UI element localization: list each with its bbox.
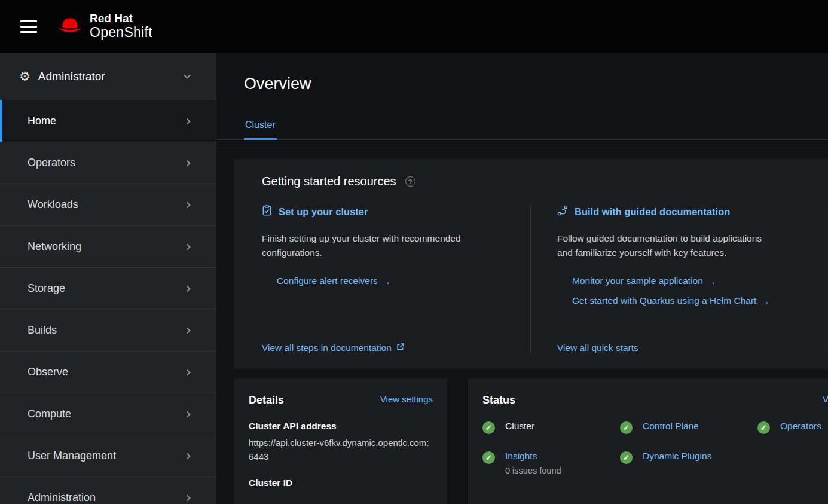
setup-cluster-title: Set up your cluster <box>262 205 477 218</box>
sidebar-item-label: Storage <box>28 282 65 295</box>
guided-documentation-icon <box>557 205 568 218</box>
chevron-right-icon <box>184 369 190 375</box>
sidebar-item-home[interactable]: Home <box>0 100 216 142</box>
status-item-cluster: ✓ Cluster <box>482 421 620 434</box>
guided-documentation-description: Follow guided documentation to build app… <box>557 231 772 260</box>
product-name: OpenShift <box>90 25 152 40</box>
getting-started-card: Getting started resources ? <box>234 159 828 369</box>
chevron-right-icon <box>184 160 190 166</box>
cluster-api-address-value: https://api.cluster-v6fkv.dynamic.opentl… <box>249 436 433 463</box>
cluster-api-address-label: Cluster API address <box>249 421 433 432</box>
main-content: Overview Cluster Getting started resourc… <box>216 53 828 504</box>
sidebar-item-networking[interactable]: Networking <box>0 225 216 267</box>
gear-icon: ⚙ <box>19 70 30 83</box>
status-card: Status View alerts ✓ Cluster ✓ <box>468 378 828 504</box>
hamburger-icon <box>20 20 37 22</box>
sidebar-item-builds[interactable]: Builds <box>0 309 216 351</box>
redhat-fedora-icon <box>57 16 83 36</box>
details-card: Details View settings Cluster API addres… <box>234 378 447 504</box>
insights-issues-count: 0 issues found <box>505 466 561 475</box>
check-circle-icon: ✓ <box>482 421 495 434</box>
chevron-right-icon <box>184 243 190 250</box>
arrow-right-icon: → <box>760 297 769 306</box>
tab-cluster[interactable]: Cluster <box>244 109 277 139</box>
view-all-steps-link[interactable]: View all steps in documentation <box>262 343 404 353</box>
brand-name: Red Hat <box>90 13 152 25</box>
sidebar-item-label: Builds <box>28 324 57 337</box>
sidebar-item-operators[interactable]: Operators <box>0 142 216 184</box>
status-card-title: Status <box>482 394 515 407</box>
sidebar-item-label: Compute <box>28 408 71 420</box>
check-circle-icon: ✓ <box>620 421 633 434</box>
chevron-down-icon <box>184 72 190 78</box>
chevron-right-icon <box>184 285 190 292</box>
arrow-right-icon: → <box>382 277 391 286</box>
insights-link[interactable]: Insights <box>505 451 537 461</box>
monitor-sample-application-link[interactable]: Monitor your sample application → <box>572 276 716 286</box>
sidebar-item-compute[interactable]: Compute <box>0 393 216 435</box>
control-plane-link[interactable]: Control Plane <box>643 421 699 431</box>
external-link-icon <box>396 343 404 353</box>
status-item-dynamic-plugins: ✓ Dynamic Plugins <box>620 451 757 475</box>
guided-documentation-title: Build with guided documentation <box>557 205 772 218</box>
sidebar-item-label: User Management <box>28 450 116 462</box>
sidebar-item-user-management[interactable]: User Management <box>0 435 216 476</box>
overview-dashboard: Getting started resources ? <box>216 148 828 504</box>
chevron-right-icon <box>184 327 190 334</box>
sidebar-item-label: Administration <box>28 491 96 504</box>
sidebar-item-label: Observe <box>28 366 68 378</box>
column-divider <box>530 205 531 353</box>
operators-link[interactable]: Operators <box>780 421 821 431</box>
guided-documentation-column: Build with guided documentation Follow g… <box>557 205 799 353</box>
sidebar-nav: ⚙ Administrator Home Operators Workloads… <box>0 53 216 504</box>
sidebar-item-label: Home <box>28 115 56 127</box>
details-card-title: Details <box>249 394 284 407</box>
arrow-right-icon: → <box>707 277 716 286</box>
status-item-insights: ✓ Insights 0 issues found <box>482 451 620 475</box>
setup-cluster-description: Finish setting up your cluster with reco… <box>262 231 477 260</box>
perspective-label: Administrator <box>38 70 105 83</box>
sidebar-item-administration[interactable]: Administration <box>0 476 216 504</box>
sidebar-item-label: Operators <box>28 157 75 169</box>
configure-alert-receivers-link[interactable]: Configure alert receivers → <box>277 276 391 286</box>
status-label: Cluster <box>505 421 534 431</box>
check-circle-icon: ✓ <box>482 451 495 464</box>
check-circle-icon: ✓ <box>757 421 770 434</box>
sidebar-item-label: Networking <box>28 240 81 253</box>
tab-bar: Cluster <box>216 109 828 140</box>
view-alerts-link[interactable]: View alerts <box>823 394 828 404</box>
chevron-right-icon <box>184 201 190 208</box>
column-divider <box>826 205 826 353</box>
chevron-right-icon <box>184 411 190 417</box>
check-circle-icon: ✓ <box>620 451 633 464</box>
perspective-switcher[interactable]: ⚙ Administrator <box>0 53 216 100</box>
status-item-control-plane: ✓ Control Plane <box>620 421 757 434</box>
nav-toggle-button[interactable] <box>16 16 42 38</box>
sidebar-item-storage[interactable]: Storage <box>0 267 216 309</box>
setup-cluster-column: Set up your cluster Finish setting up yo… <box>262 205 504 353</box>
sidebar-item-label: Workloads <box>28 198 78 211</box>
chevron-right-icon <box>184 118 190 124</box>
page-title: Overview <box>244 73 800 94</box>
chevron-right-icon <box>184 453 190 459</box>
sidebar-item-observe[interactable]: Observe <box>0 351 216 393</box>
chevron-right-icon <box>184 494 190 501</box>
getting-started-title: Getting started resources <box>262 175 396 188</box>
view-settings-link[interactable]: View settings <box>380 394 433 404</box>
view-all-quick-starts-link[interactable]: View all quick starts <box>557 343 638 353</box>
dynamic-plugins-link[interactable]: Dynamic Plugins <box>643 451 711 461</box>
sidebar-item-workloads[interactable]: Workloads <box>0 184 216 225</box>
status-item-operators: ✓ Operators <box>757 421 828 434</box>
masthead: Red Hat OpenShift <box>0 0 828 53</box>
help-icon[interactable]: ? <box>405 176 415 187</box>
brand-logo: Red Hat OpenShift <box>57 13 152 39</box>
task-list-icon <box>262 205 272 218</box>
cluster-id-label: Cluster ID <box>249 478 433 488</box>
quarkus-helm-chart-link[interactable]: Get started with Quarkus using a Helm Ch… <box>572 295 769 306</box>
